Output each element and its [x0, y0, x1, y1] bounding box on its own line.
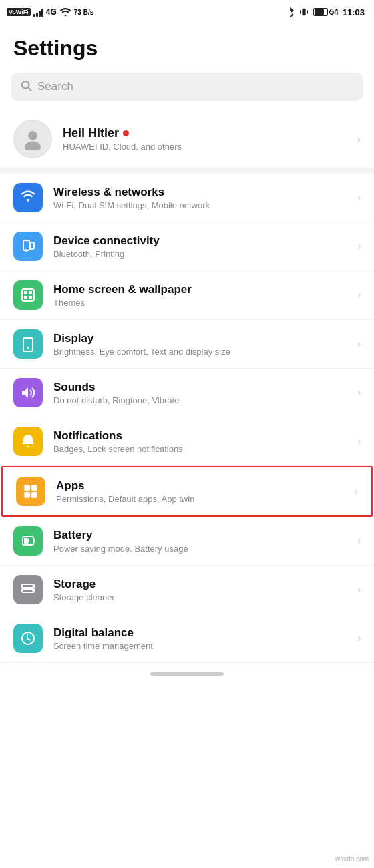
page-title: Settings — [13, 36, 361, 61]
apps-chevron: › — [355, 485, 358, 497]
battery-subtitle: Power saving mode, Battery usage — [53, 544, 347, 554]
svg-rect-15 — [23, 338, 33, 351]
notifications-text: Notifications Badges, Lock screen notifi… — [53, 429, 347, 454]
search-icon — [20, 79, 32, 94]
wireless-subtitle: Wi-Fi, Dual SIM settings, Mobile network — [53, 200, 347, 210]
svg-rect-12 — [29, 291, 32, 294]
wifi-icon — [59, 7, 71, 17]
vowifi-badge: VoWiFi — [7, 8, 31, 16]
battery-chevron: › — [357, 535, 361, 547]
profile-section[interactable]: Heil Hitler HUAWEI ID, Cloud, and others… — [0, 110, 374, 168]
profile-name-row: Heil Hitler — [63, 126, 346, 140]
svg-rect-1 — [300, 10, 301, 13]
svg-rect-20 — [24, 492, 30, 498]
settings-item-battery[interactable]: Battery Power saving mode, Battery usage… — [0, 517, 374, 566]
display-text: Display Brightness, Eye comfort, Text an… — [53, 332, 347, 357]
svg-rect-0 — [303, 9, 306, 16]
svg-rect-11 — [24, 291, 27, 294]
profile-subtitle: HUAWEI ID, Cloud, and others — [63, 142, 346, 152]
speed-indicator: 73 B/s — [74, 9, 94, 16]
settings-item-notifications[interactable]: Notifications Badges, Lock screen notifi… — [0, 417, 374, 466]
svg-rect-18 — [24, 485, 30, 491]
settings-item-display[interactable]: Display Brightness, Eye comfort, Text an… — [0, 320, 374, 369]
section-divider — [0, 168, 374, 174]
device-connectivity-text: Device connectivity Bluetooth, Printing — [53, 234, 347, 259]
svg-point-16 — [27, 347, 29, 349]
home-screen-text: Home screen & wallpaper Themes — [53, 283, 347, 308]
settings-item-sounds[interactable]: Sounds Do not disturb, Ringtone, Vibrate… — [0, 369, 374, 417]
sounds-text: Sounds Do not disturb, Ringtone, Vibrate — [53, 381, 347, 405]
sounds-icon-box — [13, 378, 43, 407]
storage-chevron: › — [357, 584, 361, 596]
signal-4g: 4G — [46, 7, 57, 17]
settings-item-home-screen[interactable]: Home screen & wallpaper Themes › — [0, 271, 374, 320]
settings-item-digital-balance[interactable]: Digital balance Screen time management › — [0, 614, 374, 663]
battery-level: 54 — [329, 7, 338, 17]
svg-rect-13 — [24, 296, 27, 299]
device-connectivity-subtitle: Bluetooth, Printing — [53, 249, 347, 259]
battery-icon — [313, 8, 328, 16]
home-pill — [150, 672, 224, 676]
vibrate-icon — [299, 7, 309, 17]
svg-rect-10 — [22, 289, 34, 301]
digital-balance-icon-box — [13, 624, 43, 653]
storage-text: Storage Storage cleaner — [53, 578, 347, 602]
apps-subtitle: Permissions, Default apps, App twin — [56, 494, 344, 504]
svg-line-4 — [28, 87, 31, 90]
device-connectivity-icon-box — [13, 232, 43, 261]
svg-marker-17 — [22, 387, 28, 398]
digital-balance-subtitle: Screen time management — [53, 641, 347, 651]
settings-item-apps[interactable]: Apps Permissions, Default apps, App twin… — [1, 466, 373, 517]
digital-balance-text: Digital balance Screen time management — [53, 626, 347, 651]
svg-rect-27 — [22, 594, 34, 596]
svg-rect-2 — [307, 10, 308, 13]
online-dot — [123, 130, 129, 136]
display-title: Display — [53, 332, 347, 345]
notifications-chevron: › — [357, 435, 361, 447]
notifications-title: Notifications — [53, 429, 347, 443]
device-connectivity-chevron: › — [357, 240, 361, 252]
svg-rect-19 — [31, 485, 37, 491]
svg-rect-8 — [30, 242, 34, 249]
home-screen-icon-box — [13, 280, 43, 310]
display-subtitle: Brightness, Eye comfort, Text and displa… — [53, 347, 347, 357]
home-screen-chevron: › — [357, 289, 361, 301]
page-header: Settings — [0, 24, 374, 67]
search-placeholder: Search — [37, 80, 73, 93]
svg-rect-21 — [31, 492, 37, 498]
settings-item-device-connectivity[interactable]: Device connectivity Bluetooth, Printing … — [0, 222, 374, 271]
settings-item-storage[interactable]: Storage Storage cleaner › — [0, 566, 374, 614]
svg-point-6 — [25, 141, 41, 150]
home-screen-title: Home screen & wallpaper — [53, 283, 347, 296]
home-indicator — [0, 663, 374, 682]
svg-point-28 — [32, 586, 33, 587]
battery-icon-box — [13, 526, 43, 556]
settings-item-wireless[interactable]: Wireless & networks Wi-Fi, Dual SIM sett… — [0, 174, 374, 222]
clock: 11:03 — [343, 7, 365, 17]
digital-balance-chevron: › — [357, 632, 361, 644]
battery-fill — [315, 9, 324, 15]
sounds-subtitle: Do not disturb, Ringtone, Vibrate — [53, 395, 347, 405]
signal-bars — [33, 7, 43, 17]
battery-container: 54 — [313, 7, 338, 17]
display-chevron: › — [357, 338, 361, 350]
status-right: 54 11:03 — [287, 7, 365, 17]
wireless-text: Wireless & networks Wi-Fi, Dual SIM sett… — [53, 186, 347, 210]
search-bar[interactable]: Search — [11, 73, 363, 101]
storage-title: Storage — [53, 578, 347, 591]
wireless-chevron: › — [357, 192, 361, 204]
status-left: VoWiFi 4G 73 B/s — [7, 7, 94, 17]
apps-title: Apps — [56, 479, 344, 493]
device-connectivity-title: Device connectivity — [53, 234, 347, 248]
profile-name: Heil Hitler — [63, 126, 119, 140]
sounds-chevron: › — [357, 387, 361, 399]
apps-icon-box — [16, 477, 45, 506]
profile-chevron: › — [357, 132, 361, 146]
svg-point-29 — [32, 590, 33, 592]
sounds-title: Sounds — [53, 381, 347, 394]
home-screen-subtitle: Themes — [53, 298, 347, 308]
digital-balance-title: Digital balance — [53, 626, 347, 640]
svg-rect-7 — [23, 240, 29, 250]
svg-point-5 — [28, 131, 37, 140]
notifications-subtitle: Badges, Lock screen notifications — [53, 444, 347, 454]
